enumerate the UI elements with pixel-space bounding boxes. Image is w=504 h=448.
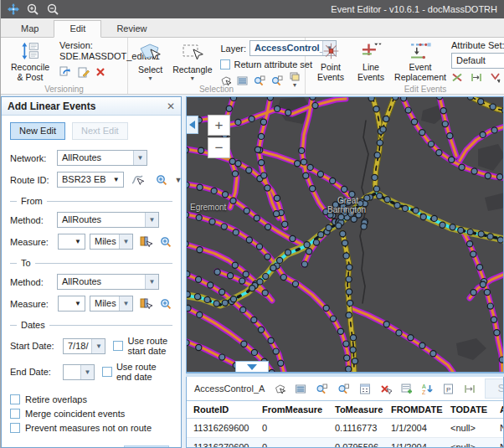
line-events-icon <box>358 42 383 60</box>
grid-zoom-selected-icon[interactable] <box>316 384 328 394</box>
snap-event-icon[interactable] <box>490 72 501 83</box>
col-accesscontrol[interactable]: AC <box>493 401 504 419</box>
tab-map[interactable]: Map <box>6 21 54 37</box>
map-canvas[interactable] <box>187 97 504 372</box>
line-events-button[interactable]: Line Events <box>352 40 389 84</box>
svg-text:P: P <box>446 385 450 393</box>
grid-identify-icon[interactable]: P <box>443 384 455 394</box>
chevron-down-icon <box>247 364 257 370</box>
network-select[interactable]: AllRoutes▼ <box>57 150 147 166</box>
new-version-icon[interactable] <box>78 66 90 78</box>
route-zoom-icon[interactable] <box>156 174 168 186</box>
rectangle-dropdown-caret[interactable]: ▾ <box>191 75 194 82</box>
prevent-measures-checkbox[interactable] <box>10 423 20 433</box>
refresh-version-icon[interactable] <box>59 66 72 78</box>
grid-pan-selected-icon[interactable] <box>337 384 350 394</box>
next-edit-button[interactable]: Next Edit <box>72 122 128 140</box>
start-date-select[interactable]: 7/18/▼ <box>63 338 105 354</box>
from-unit-select[interactable]: Miles▼ <box>90 234 133 250</box>
rectangle-button[interactable]: Rectangle ▾ <box>169 40 215 84</box>
grid-sort-icon[interactable]: AZ <box>422 384 434 394</box>
to-method-select[interactable]: AllRoutes▼ <box>57 274 159 290</box>
to-legend: To <box>17 258 35 268</box>
col-todate[interactable]: TODATE <box>444 401 493 419</box>
end-date-select[interactable]: ▼ <box>63 364 95 380</box>
retire-overlaps-checkbox[interactable] <box>10 394 20 404</box>
attribute-set-label: Attribute Set: <box>451 40 504 51</box>
grid-select-polygon-icon[interactable] <box>274 384 285 394</box>
grid-rows-icon[interactable] <box>295 384 306 394</box>
to-measure-combo[interactable]: ▼ <box>58 296 85 312</box>
merge-coincident-checkbox[interactable] <box>10 409 20 419</box>
event-replacement-icon <box>407 42 434 60</box>
col-fromdate[interactable]: FROMDATE <box>384 401 444 419</box>
split-event-icon[interactable] <box>451 72 463 83</box>
attribute-set-select[interactable]: Default▼ <box>451 53 504 69</box>
col-tomeasure[interactable]: ToMeasure <box>328 401 384 419</box>
next-button[interactable]: Next > <box>124 445 169 447</box>
delete-version-icon[interactable] <box>95 67 105 77</box>
group-edit-events: Point Events Line Events <box>306 38 504 94</box>
table-row[interactable]: 1131626960000.1116773 1/1/2004<null>N <box>187 419 504 438</box>
table-row[interactable]: 1131627060000.0795596 1/1/2004<null>N <box>187 438 504 448</box>
grid-delete-selected-icon[interactable] <box>380 384 392 394</box>
attribute-table: RouteID FromMeasure ToMeasure FROMDATE T… <box>187 400 504 448</box>
grid-calculator-icon[interactable] <box>359 384 371 394</box>
add-linear-events-panel: Add Linear Events ✕ New Edit Next Edit N… <box>1 96 182 448</box>
tab-edit[interactable]: Edit <box>54 20 101 38</box>
map-zoom-out-button[interactable]: − <box>208 137 230 158</box>
ribbon-tabs: Map Edit Review <box>1 18 504 38</box>
select-route-on-map-icon[interactable] <box>131 173 144 186</box>
from-measure-combo[interactable]: ▼ <box>58 234 85 250</box>
map-viewport: EgremontGreatBarrington + − <box>186 96 504 373</box>
from-method-select[interactable]: AllRoutes▼ <box>57 212 159 228</box>
route-id-combo[interactable]: BSR23 EB▼ <box>57 172 124 188</box>
use-route-end-label: Use route end date <box>116 362 172 382</box>
use-route-start-label: Use route start date <box>127 336 172 356</box>
layer-label: Layer: <box>220 44 246 54</box>
select-button[interactable]: Select ▾ <box>135 40 166 84</box>
map-place-label: Egremont <box>190 203 226 212</box>
panel-close-icon[interactable]: ✕ <box>167 100 175 112</box>
route-zoom-caret[interactable]: ▼ <box>175 177 181 184</box>
event-replacement-button[interactable]: Event Replacement <box>393 40 448 84</box>
map-place-label: Great <box>337 196 358 205</box>
to-measure-picker-icon[interactable] <box>140 298 152 310</box>
use-route-start-checkbox[interactable] <box>113 341 123 351</box>
return-attribute-label: Return attribute set <box>234 59 312 70</box>
map-zoom-in-button[interactable]: + <box>208 115 230 136</box>
col-frommeasure[interactable]: FromMeasure <box>255 401 328 419</box>
attribute-table-panel: AccessControl_A <box>186 377 504 448</box>
grid-toolbar: AccessControl_A <box>187 377 503 400</box>
grid-measure-icon[interactable] <box>464 384 476 394</box>
merge-coincident-label: Merge coincident events <box>25 409 125 419</box>
from-method-label: Method: <box>10 215 57 225</box>
use-route-end-checkbox[interactable] <box>102 367 112 377</box>
col-routeid[interactable]: RouteID <box>187 401 255 419</box>
to-unit-select[interactable]: Miles▼ <box>90 296 133 312</box>
panel-title: Add Linear Events <box>8 100 95 112</box>
zoom-in-icon[interactable] <box>27 3 39 16</box>
chevron-left-icon <box>189 121 195 129</box>
retire-overlaps-label: Retire overlaps <box>25 394 87 404</box>
zoom-out-icon[interactable] <box>47 3 59 16</box>
table-header-row: RouteID FromMeasure ToMeasure FROMDATE T… <box>187 401 504 419</box>
to-measure-zoom-icon[interactable] <box>160 298 172 310</box>
measure-event-icon[interactable] <box>471 72 482 83</box>
point-events-button[interactable]: Point Events <box>312 40 349 84</box>
grid-save-button[interactable]: Save <box>485 378 504 399</box>
grid-layer-name: AccessControl_A <box>194 384 265 394</box>
new-edit-button[interactable]: New Edit <box>10 122 65 140</box>
from-measure-zoom-icon[interactable] <box>160 236 172 248</box>
from-measure-picker-icon[interactable] <box>140 236 152 248</box>
return-attribute-checkbox[interactable] <box>220 59 230 70</box>
point-events-icon <box>320 42 342 60</box>
select-dropdown-caret[interactable]: ▾ <box>149 75 152 82</box>
tab-review[interactable]: Review <box>101 21 162 37</box>
map-collapse-left-tab[interactable] <box>187 116 198 134</box>
map-collapse-bottom-tab[interactable] <box>235 361 269 372</box>
reconcile-post-button[interactable]: Reconcile & Post <box>8 40 53 84</box>
pan-icon[interactable] <box>8 3 19 15</box>
from-measure-label: Measure: <box>10 237 54 247</box>
grid-add-row-icon[interactable] <box>401 384 413 394</box>
